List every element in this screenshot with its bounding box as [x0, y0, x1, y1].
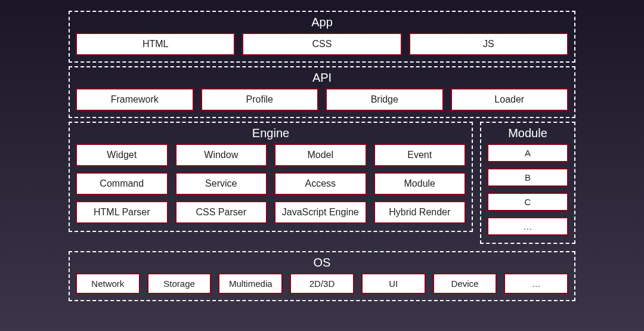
engine-item-access: Access — [274, 172, 367, 195]
engine-item-html-parser: HTML Parser — [76, 201, 168, 224]
module-item-c: C — [487, 193, 568, 211]
engine-item-service: Service — [175, 172, 268, 195]
api-layer-title: API — [76, 71, 568, 85]
engine-item-module: Module — [374, 172, 466, 195]
os-item-storage: Storage — [147, 273, 212, 294]
app-item-html: HTML — [76, 33, 235, 55]
app-layer-title: App — [76, 16, 568, 29]
app-items-row: HTML CSS JS — [76, 33, 568, 55]
engine-layer-title: Engine — [76, 126, 466, 140]
engine-item-css-parser: CSS Parser — [175, 201, 268, 224]
os-layer-group: OS Network Storage Multimedia 2D/3D UI D… — [69, 251, 575, 301]
api-item-bridge: Bridge — [326, 88, 444, 111]
engine-item-window: Window — [175, 144, 268, 166]
engine-layer-group: Engine Widget Window Model Event Command… — [69, 122, 473, 232]
engine-item-hybrid-render: Hybrid Render — [374, 201, 466, 224]
engine-item-event: Event — [374, 144, 466, 166]
api-items-row: Framework Profile Bridge Loader — [76, 88, 568, 111]
module-item-more: … — [487, 217, 568, 236]
api-item-profile: Profile — [201, 88, 319, 111]
os-item-network: Network — [76, 273, 140, 294]
app-item-js: JS — [409, 33, 568, 55]
module-item-b: B — [487, 168, 568, 187]
module-layer-title: Module — [487, 126, 568, 140]
os-item-ui: UI — [361, 273, 426, 294]
api-layer-group: API Framework Profile Bridge Loader — [69, 66, 575, 118]
engine-row-2: HTML Parser CSS Parser JavaScript Engine… — [76, 201, 466, 224]
api-item-framework: Framework — [76, 88, 194, 111]
engine-row-1: Command Service Access Module — [76, 172, 466, 195]
engine-module-wrap: Engine Widget Window Model Event Command… — [69, 122, 575, 248]
os-item-2d3d: 2D/3D — [290, 273, 354, 294]
module-item-a: A — [487, 144, 568, 162]
engine-item-js-engine: JavaScript Engine — [274, 201, 367, 224]
engine-item-widget: Widget — [76, 144, 168, 166]
os-items-row: Network Storage Multimedia 2D/3D UI Devi… — [76, 273, 568, 294]
app-layer-group: App HTML CSS JS — [69, 11, 575, 63]
module-layer-group: Module A B C … — [480, 122, 575, 244]
os-item-more: … — [504, 273, 568, 294]
app-item-css: CSS — [242, 33, 401, 55]
os-layer-title: OS — [76, 256, 568, 270]
os-item-multimedia: Multimedia — [218, 273, 283, 294]
engine-row-0: Widget Window Model Event — [76, 144, 466, 166]
engine-item-command: Command — [76, 172, 168, 195]
engine-item-model: Model — [274, 144, 367, 166]
os-item-device: Device — [433, 273, 497, 294]
module-items-stack: A B C … — [487, 144, 568, 236]
api-item-loader: Loader — [451, 88, 569, 111]
